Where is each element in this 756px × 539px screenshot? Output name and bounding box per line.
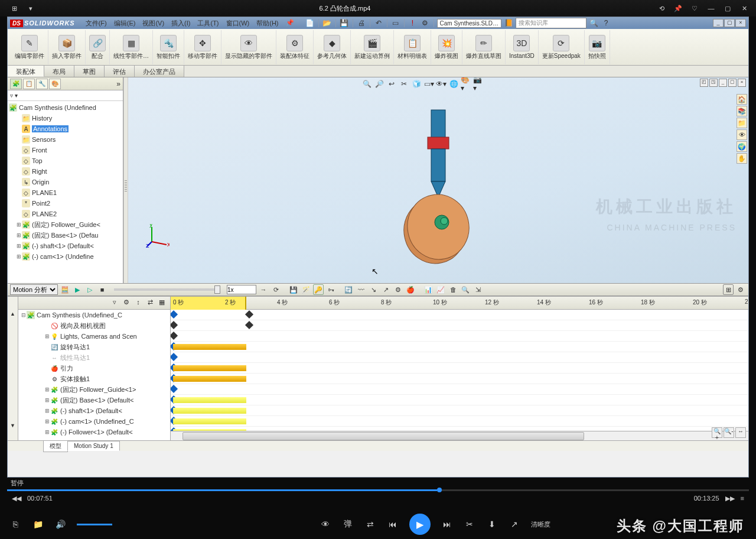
motion-next-icon[interactable]: → xyxy=(258,284,269,295)
tl-item[interactable]: ⊞🧩(-) cam<1> (Undefined_C xyxy=(18,416,170,427)
player-minimize-icon[interactable]: — xyxy=(704,2,718,14)
player-next-track-icon[interactable]: ▶▶ xyxy=(725,495,735,502)
ft-item[interactable]: 📁History xyxy=(8,113,123,124)
motion-wizard-icon[interactable]: 🪄 xyxy=(301,284,311,295)
tab-assembly[interactable]: 装配体 xyxy=(8,66,44,77)
rib-edit-component[interactable]: ✎编辑零部件 xyxy=(11,30,48,64)
ft-root[interactable]: 🧩Cam Synthesis (Undefined xyxy=(8,102,123,113)
tl-zoomin-icon[interactable]: 🔍+ xyxy=(712,427,722,438)
vp-render-icon[interactable]: 📷▾ xyxy=(473,79,484,89)
ft-tab-appearance-icon[interactable]: 🎨 xyxy=(49,79,61,89)
motion-damper-icon[interactable]: ↘ xyxy=(368,284,379,295)
side-view-icon[interactable]: 👁 xyxy=(737,129,747,140)
player-list-icon[interactable]: ≡ xyxy=(741,495,744,502)
ft-item[interactable]: ⊞🧩(固定) Base<1> (Defau xyxy=(8,230,123,241)
motion-settings-icon[interactable]: ⊞ xyxy=(723,284,734,295)
tl-item[interactable]: ⊞🧩(-) shaft<1> (Default< xyxy=(18,405,170,416)
ft-tab-config-icon[interactable]: 🔧 xyxy=(36,79,48,89)
qat-print-icon[interactable]: 🖨 xyxy=(356,18,367,28)
player-heart-icon[interactable]: ♡ xyxy=(687,2,702,14)
tab-office[interactable]: 办公室产品 xyxy=(135,66,184,77)
ft-item[interactable]: ◇Front xyxy=(8,145,123,155)
qat-select-icon[interactable]: ▭ xyxy=(390,18,401,28)
vp-section-icon[interactable]: ✂ xyxy=(399,79,409,89)
menu-pin-icon[interactable]: 📌 xyxy=(282,18,298,29)
menu-window[interactable]: 窗口(W) xyxy=(223,18,253,29)
pc-volume-icon[interactable]: 🔊 xyxy=(54,518,66,530)
timeline-grid[interactable]: 0 秒2 秒4 秒6 秒8 秒10 秒12 秒14 秒16 秒18 秒20 秒2… xyxy=(171,297,748,440)
motion-loop-icon[interactable]: ⟳ xyxy=(271,284,281,295)
tl-scroll-down-icon[interactable]: ▼ xyxy=(10,423,15,428)
rib-new-motion[interactable]: 🎬新建运动算例 xyxy=(351,30,394,64)
rib-ref-geometry[interactable]: ◆参考几何体 xyxy=(314,30,351,64)
rib-explode-sketch[interactable]: ✏爆炸直线草图 xyxy=(462,30,506,64)
ft-tab-property-icon[interactable]: 📋 xyxy=(23,79,35,89)
vp-scene-icon[interactable]: 🎨▾ xyxy=(461,79,471,89)
pc-play-button[interactable]: ▶ xyxy=(409,514,431,535)
player-progress[interactable] xyxy=(7,489,749,491)
inner-minimize-icon[interactable]: _ xyxy=(713,19,724,27)
qat-undo-icon[interactable]: ↶ xyxy=(373,18,384,28)
pc-loop-label[interactable]: 弹 xyxy=(342,518,354,530)
rib-assembly-feature[interactable]: ⚙装配体特征 xyxy=(276,30,314,64)
menu-edit[interactable]: 编辑(E) xyxy=(110,18,139,29)
qat-help-icon[interactable]: ? xyxy=(601,18,611,28)
tl-zoomfit-icon[interactable]: ↔ xyxy=(735,427,746,438)
motion-spring-icon[interactable]: 〰 xyxy=(356,284,366,295)
pc-folder-icon[interactable]: 📁 xyxy=(32,518,44,530)
timeline-tracks[interactable] xyxy=(171,310,748,437)
tl-zoomout-icon[interactable]: 🔍- xyxy=(724,427,734,438)
motion-gear-icon[interactable]: ⚙ xyxy=(735,284,746,295)
tl-h1-icon[interactable]: ⚙ xyxy=(122,298,131,308)
motion-force-icon[interactable]: ↗ xyxy=(380,284,391,295)
tl-h2-icon[interactable]: ↕ xyxy=(133,298,143,308)
motion-results-icon[interactable]: 📊 xyxy=(423,284,434,295)
motion-plot-icon[interactable]: 📈 xyxy=(435,284,446,295)
player-dropdown-icon[interactable]: ▾ xyxy=(24,2,38,14)
rib-move-component[interactable]: ✥移动零部件 xyxy=(184,30,221,64)
inner-restore-icon[interactable]: ▢ xyxy=(724,19,735,27)
tl-h4-icon[interactable]: ▦ xyxy=(157,298,167,308)
search-input[interactable]: 搜索知识库 xyxy=(516,18,586,28)
tl-item[interactable]: ↔线性马达1 xyxy=(18,352,170,363)
tl-item[interactable]: ⊞🧩(-) Follower<1> (Default< xyxy=(18,427,170,437)
ft-item[interactable]: ↳Origin xyxy=(8,177,123,187)
menu-tools[interactable]: 工具(T) xyxy=(194,18,222,29)
doc-name[interactable]: Cam Synthesis.SLD… xyxy=(437,19,501,28)
ft-item[interactable]: 📁Sensors xyxy=(8,134,123,145)
rib-exploded-view[interactable]: 💥爆炸视图 xyxy=(431,30,462,64)
vp-hide-icon[interactable]: 👁▾ xyxy=(436,79,447,89)
ft-tab-feature-icon[interactable]: 🧩 xyxy=(10,79,22,89)
tab-sketch[interactable]: 草图 xyxy=(74,66,105,77)
viewport[interactable]: 🔍 🔎 ↩ ✂ 🧊 ▭▾ 👁▾ 🌐 🎨▾ 📷▾ ◰ ◳ _ ▢ × 🏠 xyxy=(128,77,748,283)
pc-cut-icon[interactable]: ✂ xyxy=(464,518,475,530)
motion-del-icon[interactable]: 🗑 xyxy=(448,284,458,295)
player-maximize-icon[interactable]: ▢ xyxy=(721,2,735,14)
motion-gravity-icon[interactable]: 🍎 xyxy=(405,284,416,295)
side-folder-icon[interactable]: 📁 xyxy=(737,118,747,128)
tab-motion-study[interactable]: Motion Study 1 xyxy=(67,441,120,451)
ft-item[interactable]: ⊞🧩(-) cam<1> (Undefine xyxy=(8,251,123,262)
pc-share-icon[interactable]: ↗ xyxy=(509,518,520,530)
vp-max-icon[interactable]: ▢ xyxy=(728,79,737,87)
tab-evaluate[interactable]: 评估 xyxy=(105,66,135,77)
rib-smart-fastener[interactable]: 🔩智能扣件 xyxy=(153,30,184,64)
motion-contact-icon[interactable]: ⚙ xyxy=(393,284,403,295)
tl-item[interactable]: ⊞🧩(固定) Follower_Guide<1> xyxy=(18,384,170,395)
qat-search-book-icon[interactable]: 📙 xyxy=(503,18,514,28)
tl-item[interactable]: ⚙实体接触1 xyxy=(18,374,170,384)
tl-item[interactable]: ⊞🧩(固定) Base<1> (Default< xyxy=(18,395,170,405)
motion-motor-icon[interactable]: 🔄 xyxy=(343,284,354,295)
player-prev-icon[interactable]: ◀◀ xyxy=(12,495,21,502)
tl-item[interactable]: 🚫视向及相机视图 xyxy=(18,320,170,331)
tl-root[interactable]: ⊟🧩Cam Synthesis (Undefined_C xyxy=(18,310,170,320)
motion-time-slider[interactable] xyxy=(114,288,220,291)
vp-zoom-area-icon[interactable]: 🔎 xyxy=(374,79,384,89)
motion-play-icon[interactable]: ▷ xyxy=(84,284,95,295)
pc-clarity[interactable]: 清晰度 xyxy=(531,518,550,530)
pc-prev-icon[interactable]: ⏮ xyxy=(387,518,399,530)
timeline-hscroll[interactable] xyxy=(171,431,748,440)
menu-file[interactable]: 文件(F) xyxy=(82,18,110,29)
pc-volume-slider[interactable] xyxy=(77,524,112,525)
tl-filter-icon[interactable]: ▿ xyxy=(110,298,119,308)
